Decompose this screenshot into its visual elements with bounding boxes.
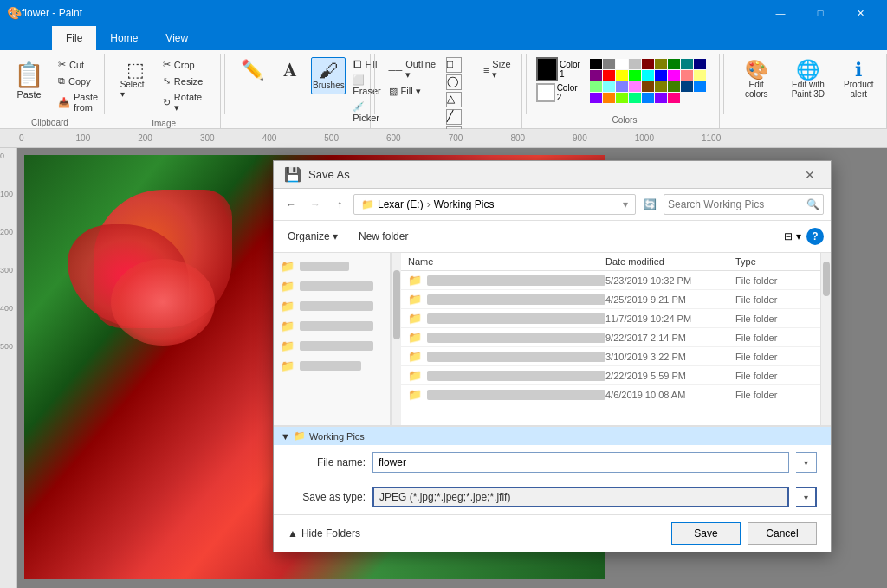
help-button[interactable]: ? xyxy=(806,228,824,245)
save-button[interactable]: Save xyxy=(671,522,741,545)
folder-nav-item[interactable]: 📁 ████████████ xyxy=(274,276,390,296)
table-row[interactable]: 📁 ████████████ 2/22/2019 5:59 PM File fo… xyxy=(401,366,820,385)
tab-view[interactable]: View xyxy=(152,26,202,50)
table-row[interactable]: 📁 ████████████ 4/6/2019 10:08 AM File fo… xyxy=(401,385,820,404)
folder-nav-item[interactable]: 📁 ████████ xyxy=(274,256,390,276)
search-input[interactable] xyxy=(668,198,806,210)
tab-file[interactable]: File xyxy=(52,26,96,50)
file-name-dropdown[interactable]: ▾ xyxy=(796,452,817,473)
fill-shape-button[interactable]: ▨ Fill ▾ xyxy=(385,84,439,99)
color-swatch[interactable] xyxy=(590,81,602,92)
hide-folders-button[interactable]: ▲ Hide Folders xyxy=(288,527,360,540)
color-swatch[interactable] xyxy=(629,70,641,81)
color-swatch[interactable] xyxy=(603,81,615,92)
color-swatch[interactable] xyxy=(642,81,654,92)
folder-nav-item[interactable]: 📁 ████████████ xyxy=(274,296,390,316)
color1-swatch[interactable] xyxy=(536,57,557,81)
color-swatch[interactable] xyxy=(616,93,628,103)
color-swatch[interactable] xyxy=(694,81,706,92)
paste-button[interactable]: 📋 Paste xyxy=(7,57,51,114)
color2-swatch[interactable] xyxy=(536,83,554,102)
color-swatch[interactable] xyxy=(668,93,680,103)
pencil-button[interactable]: ✏️ xyxy=(235,57,269,83)
table-row[interactable]: 📁 ████████████ 4/25/2019 9:21 PM File fo… xyxy=(401,290,820,309)
edit-paint3d-button[interactable]: 🌐 Edit with Paint 3D xyxy=(781,57,834,102)
dialog-close-button[interactable]: ✕ xyxy=(800,165,820,185)
color-swatch[interactable] xyxy=(668,81,680,92)
refresh-button[interactable]: 🔄 xyxy=(639,194,660,215)
color-swatch[interactable] xyxy=(681,70,693,81)
view-button[interactable]: ⊟ ▾ xyxy=(782,226,803,247)
maximize-button[interactable]: □ xyxy=(800,0,840,26)
file-name-field[interactable]: flower xyxy=(372,452,789,473)
color-swatch[interactable] xyxy=(642,59,654,69)
product-alert-button[interactable]: ℹ Product alert xyxy=(838,57,879,102)
folder-nav-item[interactable]: 📁 ████████████ xyxy=(274,316,390,336)
color-swatch[interactable] xyxy=(616,70,628,81)
table-row[interactable]: 📁 ████████████ 5/23/2019 10:32 PM File f… xyxy=(401,271,820,290)
shape-tri[interactable]: △ xyxy=(446,92,462,107)
color-swatch[interactable] xyxy=(616,59,628,69)
shape-rect[interactable]: □ xyxy=(446,57,462,73)
close-button[interactable]: ✕ xyxy=(840,0,880,26)
resize-button[interactable]: ⤡ Resize xyxy=(159,74,213,88)
color-swatch[interactable] xyxy=(655,81,667,92)
color-swatch[interactable] xyxy=(694,70,706,81)
color-swatch[interactable] xyxy=(694,59,706,69)
folder-nav-item[interactable]: 📁 ██████████ xyxy=(274,356,390,376)
nav-back-button[interactable]: ← xyxy=(281,194,301,215)
color-swatch[interactable] xyxy=(668,59,680,69)
folder-nav-item[interactable]: 📁 ████████████ xyxy=(274,336,390,356)
rotate-button[interactable]: ↻ Rotate ▾ xyxy=(159,90,213,115)
new-folder-button[interactable]: New folder xyxy=(352,228,415,245)
shape-line[interactable]: ╱ xyxy=(446,109,462,125)
color-swatch[interactable] xyxy=(603,70,615,81)
nav-up-button[interactable]: ↑ xyxy=(329,194,350,215)
organize-button[interactable]: Organize ▾ xyxy=(281,228,345,245)
minimize-button[interactable]: — xyxy=(761,0,800,26)
breadcrumb-path[interactable]: 📁 Lexar (E:) › Working Pics ▾ xyxy=(353,194,636,215)
select-button[interactable]: ⬚ Select ▾ xyxy=(115,57,156,102)
color-swatch[interactable] xyxy=(603,93,615,103)
color-swatch[interactable] xyxy=(655,59,667,69)
color-swatch[interactable] xyxy=(616,81,628,92)
color-swatch[interactable] xyxy=(642,70,654,81)
color-swatch[interactable] xyxy=(655,70,667,81)
color-swatch[interactable] xyxy=(629,81,641,92)
color-swatch[interactable] xyxy=(590,93,602,103)
table-row[interactable]: 📁 ████████████ 9/22/2017 2:14 PM File fo… xyxy=(401,328,820,347)
color-swatch[interactable] xyxy=(655,93,667,103)
brushes-button[interactable]: 🖌 Brushes xyxy=(311,57,346,94)
color-swatch[interactable] xyxy=(629,59,641,69)
file-list-scrollbar[interactable] xyxy=(820,253,831,425)
nav-forward-button[interactable]: → xyxy=(305,194,326,215)
color-swatch[interactable] xyxy=(603,59,615,69)
tab-home[interactable]: Home xyxy=(96,26,152,50)
color-swatch[interactable] xyxy=(668,70,680,81)
color-swatch[interactable] xyxy=(590,70,602,81)
col-date-header[interactable]: Date modified xyxy=(605,256,735,267)
copy-button[interactable]: ⧉ Copy xyxy=(55,74,101,88)
color-swatch[interactable] xyxy=(681,81,693,92)
outline-button[interactable]: ── Outline ▾ xyxy=(385,57,439,82)
table-row[interactable]: 📁 ████████████ 3/10/2019 3:22 PM File fo… xyxy=(401,347,820,366)
cut-button[interactable]: ✂ Cut xyxy=(55,57,101,72)
text-button[interactable]: 𝐀 xyxy=(273,57,308,83)
col-type-header[interactable]: Type xyxy=(735,256,813,267)
size-button[interactable]: ≡ Size ▾ xyxy=(480,57,515,82)
save-type-dropdown[interactable]: ▾ xyxy=(796,487,817,507)
shape-round[interactable]: ◯ xyxy=(446,74,462,90)
folder-nav-scrollbar[interactable] xyxy=(391,253,401,425)
color-swatch[interactable] xyxy=(642,93,654,103)
search-box[interactable]: 🔍 xyxy=(664,194,824,215)
crop-button[interactable]: ✂ Crop xyxy=(159,57,213,72)
save-type-field[interactable]: JPEG (*.jpg;*.jpeg;*.jpe;*.jfif) xyxy=(372,487,789,507)
color-swatch[interactable] xyxy=(629,93,641,103)
col-name-header[interactable]: Name xyxy=(408,256,605,267)
color-swatch[interactable] xyxy=(590,59,602,69)
cancel-button[interactable]: Cancel xyxy=(748,522,817,545)
edit-colors-button[interactable]: 🎨 Edit colors xyxy=(735,57,778,102)
paste-from-button[interactable]: 📥 Paste from xyxy=(55,90,101,114)
color-swatch[interactable] xyxy=(681,59,693,69)
table-row[interactable]: 📁 ████████████ 11/7/2019 10:24 PM File f… xyxy=(401,309,820,328)
